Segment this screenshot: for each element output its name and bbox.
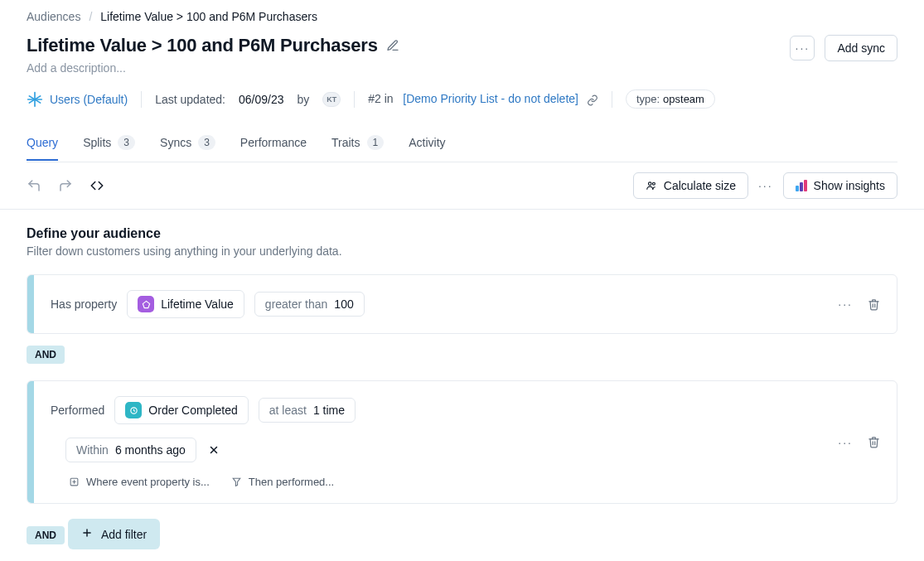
operator-chip[interactable]: greater than 100 [254, 292, 365, 317]
tab-label: Splits [83, 136, 111, 149]
tab-label: Performance [240, 136, 307, 149]
plus-icon [81, 527, 93, 541]
property-name: Lifetime Value [161, 297, 234, 311]
condition-prefix: Performed [51, 404, 104, 417]
tab-label: Activity [409, 136, 445, 149]
add-filter-button[interactable]: Add filter [68, 519, 160, 549]
breadcrumb-separator: / [89, 10, 92, 23]
page-title: Lifetime Value > 100 and P6M Purchasers [27, 35, 378, 56]
meta-row: Users (Default) Last updated: 06/09/23 b… [27, 89, 897, 109]
pencil-icon[interactable] [386, 39, 399, 52]
divider [354, 91, 355, 108]
toolbar: Calculate size ··· Show insights [27, 162, 897, 209]
parent-model-label: Users (Default) [50, 93, 128, 106]
operator-value: 100 [334, 297, 353, 311]
divider [612, 91, 612, 108]
snowflake-icon [27, 91, 43, 108]
time-window-value: 6 months ago [115, 443, 186, 457]
tab-label: Traits [331, 136, 360, 149]
time-window-chip[interactable]: Within 6 months ago [65, 438, 196, 462]
tab-query[interactable]: Query [27, 128, 58, 161]
add-sync-button[interactable]: Add sync [825, 35, 897, 61]
last-updated-label: Last updated: [155, 93, 225, 106]
breadcrumb-parent[interactable]: Audiences [27, 10, 80, 23]
add-event-property-link[interactable]: Where event property is... [69, 476, 210, 488]
event-chip[interactable]: Order Completed [114, 396, 248, 424]
define-subheading: Filter down customers using anything in … [27, 244, 897, 258]
description-placeholder[interactable]: Add a description... [27, 61, 399, 75]
funnel-icon [231, 476, 242, 487]
tab-activity[interactable]: Activity [409, 128, 445, 161]
calculate-size-label: Calculate size [664, 179, 736, 192]
event-name: Order Completed [148, 404, 237, 417]
svg-point-5 [652, 182, 655, 185]
define-heading: Define your audience [27, 226, 897, 241]
operator-label: greater than [265, 297, 328, 311]
condition-more-icon[interactable]: ··· [838, 436, 853, 449]
breadcrumb-current: Lifetime Value > 100 and P6M Purchasers [100, 10, 317, 23]
svg-marker-13 [233, 478, 240, 486]
trash-icon[interactable] [868, 436, 880, 448]
condition-stripe [27, 275, 34, 333]
avatar[interactable]: KT [322, 92, 341, 107]
and-connector[interactable]: AND [27, 526, 65, 544]
condition-card: Performed Order Completed at least 1 tim… [27, 380, 897, 504]
add-then-performed-link[interactable]: Then performed... [231, 476, 334, 488]
show-insights-label: Show insights [814, 179, 885, 192]
condition-stripe [27, 381, 34, 503]
condition-card: Has property Lifetime Value greater than… [27, 274, 897, 334]
tab-badge: 1 [367, 135, 385, 150]
helper-text: Where event property is... [86, 476, 210, 488]
hairline [0, 209, 924, 210]
label-key: type: [636, 93, 660, 105]
tab-syncs[interactable]: Syncs 3 [160, 127, 215, 162]
property-icon [138, 296, 154, 312]
tab-badge: 3 [198, 135, 215, 150]
label-chip[interactable]: type: opsteam [626, 89, 715, 109]
tab-label: Syncs [160, 136, 191, 149]
more-actions-button[interactable]: ··· [790, 36, 815, 60]
condition-prefix: Has property [51, 297, 117, 311]
helper-text: Then performed... [249, 476, 334, 488]
tab-performance[interactable]: Performance [240, 128, 307, 161]
svg-point-4 [648, 182, 651, 186]
event-icon [125, 402, 142, 418]
tabs: Query Splits 3 Syncs 3 Performance Trait… [27, 127, 897, 162]
show-insights-button[interactable]: Show insights [783, 172, 897, 199]
time-window-label: Within [76, 443, 109, 457]
undo-icon [27, 178, 41, 193]
toolbar-more-icon[interactable]: ··· [758, 179, 773, 192]
frequency-chip[interactable]: at least 1 time [259, 398, 356, 423]
frequency-value: 1 time [313, 404, 345, 417]
bar-chart-icon [796, 180, 807, 191]
svg-marker-6 [143, 301, 149, 307]
priority-list-link[interactable]: [Demo Priority List - do not delete] [403, 92, 578, 105]
tab-traits[interactable]: Traits 1 [331, 127, 384, 162]
breadcrumb: Audiences / Lifetime Value > 100 and P6M… [27, 10, 897, 23]
add-filter-label: Add filter [101, 528, 147, 541]
link-icon[interactable] [587, 94, 598, 106]
tab-splits[interactable]: Splits 3 [83, 127, 135, 162]
tab-badge: 3 [118, 135, 135, 150]
last-updated-date: 06/09/23 [239, 93, 284, 106]
plus-square-icon [69, 476, 80, 487]
calculate-size-button[interactable]: Calculate size [633, 172, 748, 199]
redo-icon [58, 178, 73, 193]
property-chip[interactable]: Lifetime Value [127, 290, 244, 318]
trash-icon[interactable] [868, 298, 880, 311]
condition-more-icon[interactable]: ··· [838, 297, 853, 311]
divider [141, 91, 142, 108]
by-label: by [298, 93, 310, 106]
tab-label: Query [27, 136, 58, 149]
close-icon[interactable] [208, 444, 220, 456]
label-value: opsteam [663, 93, 704, 105]
users-icon [646, 180, 657, 191]
frequency-label: at least [269, 404, 307, 417]
code-icon[interactable] [89, 178, 104, 193]
and-connector[interactable]: AND [27, 346, 65, 364]
dots-horizontal-icon: ··· [796, 41, 810, 55]
priority-rank-label: #2 in [368, 92, 393, 105]
parent-model-link[interactable]: Users (Default) [27, 91, 128, 108]
